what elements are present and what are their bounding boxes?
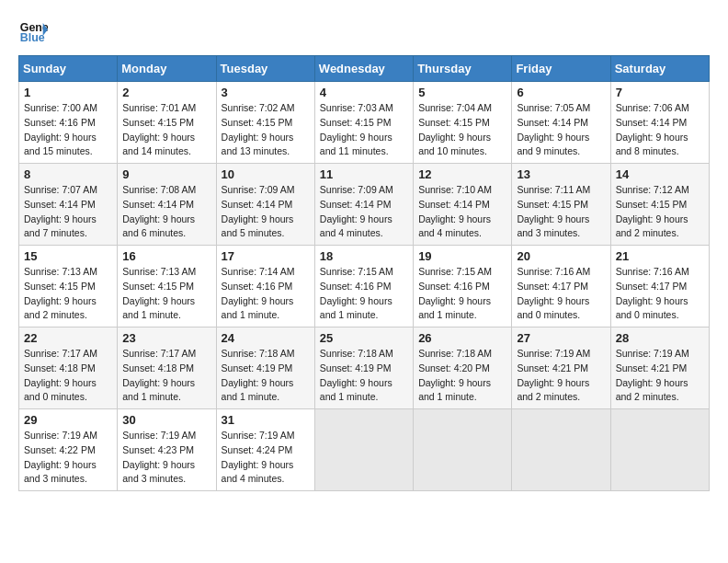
calendar-cell: 9Sunrise: 7:08 AMSunset: 4:14 PMDaylight… (118, 164, 216, 246)
day-number: 11 (320, 167, 408, 181)
calendar-cell: 19Sunrise: 7:15 AMSunset: 4:16 PMDayligh… (414, 246, 512, 327)
day-number: 17 (222, 249, 310, 263)
day-info: Sunrise: 7:17 AMSunset: 4:18 PMDaylight:… (24, 347, 112, 405)
day-info: Sunrise: 7:17 AMSunset: 4:18 PMDaylight:… (122, 347, 210, 405)
day-number: 23 (122, 331, 210, 345)
day-number: 9 (122, 167, 210, 181)
day-info: Sunrise: 7:00 AMSunset: 4:16 PMDaylight:… (24, 101, 112, 159)
calendar-cell (512, 409, 610, 491)
day-number: 3 (222, 86, 310, 99)
calendar-cell: 15Sunrise: 7:13 AMSunset: 4:15 PMDayligh… (19, 246, 118, 327)
day-number: 2 (122, 86, 210, 99)
day-number: 1 (24, 86, 112, 99)
day-info: Sunrise: 7:19 AMSunset: 4:22 PMDaylight:… (24, 429, 112, 487)
day-info: Sunrise: 7:16 AMSunset: 4:17 PMDaylight:… (517, 265, 605, 323)
day-info: Sunrise: 7:07 AMSunset: 4:14 PMDaylight:… (24, 183, 112, 241)
day-number: 4 (320, 86, 408, 99)
day-number: 16 (122, 249, 210, 263)
day-header-wednesday: Wednesday (314, 56, 413, 82)
calendar-cell: 8Sunrise: 7:07 AMSunset: 4:14 PMDaylight… (19, 164, 118, 246)
day-info: Sunrise: 7:18 AMSunset: 4:19 PMDaylight:… (222, 347, 310, 405)
calendar-cell (610, 409, 709, 491)
calendar-cell: 31Sunrise: 7:19 AMSunset: 4:24 PMDayligh… (216, 409, 314, 491)
day-number: 19 (418, 249, 506, 263)
calendar-cell: 7Sunrise: 7:06 AMSunset: 4:14 PMDaylight… (610, 82, 709, 164)
day-header-saturday: Saturday (610, 56, 709, 82)
day-number: 15 (24, 249, 112, 263)
day-info: Sunrise: 7:01 AMSunset: 4:15 PMDaylight:… (122, 101, 210, 159)
day-header-tuesday: Tuesday (216, 56, 314, 82)
calendar-cell: 20Sunrise: 7:16 AMSunset: 4:17 PMDayligh… (512, 246, 610, 327)
svg-text:Blue: Blue (20, 31, 45, 44)
calendar-cell: 5Sunrise: 7:04 AMSunset: 4:15 PMDaylight… (414, 82, 512, 164)
calendar-cell: 1Sunrise: 7:00 AMSunset: 4:16 PMDaylight… (19, 82, 118, 164)
day-info: Sunrise: 7:11 AMSunset: 4:15 PMDaylight:… (517, 183, 605, 241)
day-info: Sunrise: 7:16 AMSunset: 4:17 PMDaylight:… (616, 265, 704, 323)
day-number: 10 (222, 167, 310, 181)
day-info: Sunrise: 7:06 AMSunset: 4:14 PMDaylight:… (616, 101, 704, 159)
calendar-week-5: 29Sunrise: 7:19 AMSunset: 4:22 PMDayligh… (19, 409, 710, 491)
day-info: Sunrise: 7:14 AMSunset: 4:16 PMDaylight:… (222, 265, 310, 323)
day-number: 5 (418, 86, 506, 99)
calendar-cell (414, 409, 512, 491)
logo: General Blue (18, 15, 48, 44)
calendar-cell (314, 409, 413, 491)
day-number: 12 (418, 167, 506, 181)
day-info: Sunrise: 7:09 AMSunset: 4:14 PMDaylight:… (222, 183, 310, 241)
day-number: 13 (517, 167, 605, 181)
calendar-cell: 26Sunrise: 7:18 AMSunset: 4:20 PMDayligh… (414, 327, 512, 409)
day-info: Sunrise: 7:05 AMSunset: 4:14 PMDaylight:… (517, 101, 605, 159)
day-header-monday: Monday (118, 56, 216, 82)
day-info: Sunrise: 7:04 AMSunset: 4:15 PMDaylight:… (418, 101, 506, 159)
calendar-week-4: 22Sunrise: 7:17 AMSunset: 4:18 PMDayligh… (19, 327, 710, 409)
day-info: Sunrise: 7:03 AMSunset: 4:15 PMDaylight:… (320, 101, 408, 159)
day-number: 29 (24, 413, 112, 427)
day-info: Sunrise: 7:13 AMSunset: 4:15 PMDaylight:… (24, 265, 112, 323)
calendar-header-row: SundayMondayTuesdayWednesdayThursdayFrid… (19, 56, 710, 82)
calendar-cell: 2Sunrise: 7:01 AMSunset: 4:15 PMDaylight… (118, 82, 216, 164)
day-number: 14 (616, 167, 704, 181)
calendar-week-3: 15Sunrise: 7:13 AMSunset: 4:15 PMDayligh… (19, 246, 710, 327)
calendar-cell: 23Sunrise: 7:17 AMSunset: 4:18 PMDayligh… (118, 327, 216, 409)
calendar-cell: 10Sunrise: 7:09 AMSunset: 4:14 PMDayligh… (216, 164, 314, 246)
day-info: Sunrise: 7:15 AMSunset: 4:16 PMDaylight:… (320, 265, 408, 323)
day-number: 27 (517, 331, 605, 345)
day-number: 22 (24, 331, 112, 345)
day-number: 18 (320, 249, 408, 263)
calendar-table: SundayMondayTuesdayWednesdayThursdayFrid… (18, 55, 710, 491)
calendar-cell: 29Sunrise: 7:19 AMSunset: 4:22 PMDayligh… (19, 409, 118, 491)
day-info: Sunrise: 7:10 AMSunset: 4:14 PMDaylight:… (418, 183, 506, 241)
day-number: 20 (517, 249, 605, 263)
calendar-cell: 6Sunrise: 7:05 AMSunset: 4:14 PMDaylight… (512, 82, 610, 164)
calendar-cell: 24Sunrise: 7:18 AMSunset: 4:19 PMDayligh… (216, 327, 314, 409)
calendar-cell: 25Sunrise: 7:18 AMSunset: 4:19 PMDayligh… (314, 327, 413, 409)
calendar-cell: 14Sunrise: 7:12 AMSunset: 4:15 PMDayligh… (610, 164, 709, 246)
day-info: Sunrise: 7:19 AMSunset: 4:21 PMDaylight:… (517, 347, 605, 405)
day-info: Sunrise: 7:18 AMSunset: 4:19 PMDaylight:… (320, 347, 408, 405)
calendar-cell: 17Sunrise: 7:14 AMSunset: 4:16 PMDayligh… (216, 246, 314, 327)
calendar-week-2: 8Sunrise: 7:07 AMSunset: 4:14 PMDaylight… (19, 164, 710, 246)
day-number: 25 (320, 331, 408, 345)
day-number: 24 (222, 331, 310, 345)
day-info: Sunrise: 7:19 AMSunset: 4:21 PMDaylight:… (616, 347, 704, 405)
calendar-week-1: 1Sunrise: 7:00 AMSunset: 4:16 PMDaylight… (19, 82, 710, 164)
day-info: Sunrise: 7:13 AMSunset: 4:15 PMDaylight:… (122, 265, 210, 323)
day-info: Sunrise: 7:08 AMSunset: 4:14 PMDaylight:… (122, 183, 210, 241)
calendar-cell: 4Sunrise: 7:03 AMSunset: 4:15 PMDaylight… (314, 82, 413, 164)
day-number: 21 (616, 249, 704, 263)
day-number: 31 (222, 413, 310, 427)
calendar-cell: 27Sunrise: 7:19 AMSunset: 4:21 PMDayligh… (512, 327, 610, 409)
day-number: 6 (517, 86, 605, 99)
day-info: Sunrise: 7:19 AMSunset: 4:23 PMDaylight:… (122, 429, 210, 487)
calendar-cell: 18Sunrise: 7:15 AMSunset: 4:16 PMDayligh… (314, 246, 413, 327)
day-number: 8 (24, 167, 112, 181)
calendar-cell: 30Sunrise: 7:19 AMSunset: 4:23 PMDayligh… (118, 409, 216, 491)
day-info: Sunrise: 7:12 AMSunset: 4:15 PMDaylight:… (616, 183, 704, 241)
calendar-cell: 22Sunrise: 7:17 AMSunset: 4:18 PMDayligh… (19, 327, 118, 409)
day-info: Sunrise: 7:18 AMSunset: 4:20 PMDaylight:… (418, 347, 506, 405)
day-info: Sunrise: 7:09 AMSunset: 4:14 PMDaylight:… (320, 183, 408, 241)
day-number: 30 (122, 413, 210, 427)
header: General Blue (18, 15, 710, 44)
page: General Blue SundayMondayTuesdayWednesda… (0, 0, 728, 506)
day-number: 26 (418, 331, 506, 345)
